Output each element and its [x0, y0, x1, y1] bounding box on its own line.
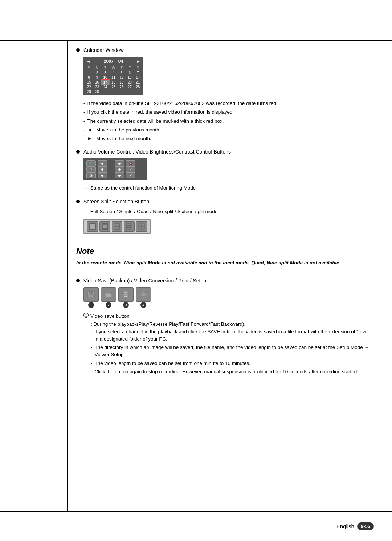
cal-day-empty-1 [101, 89, 109, 94]
btn-num-1: 1 [88, 302, 94, 308]
cal-day-13[interactable]: 13 [126, 75, 134, 80]
cal-day-18[interactable]: 18 [109, 80, 117, 85]
cal-week-3: 15 16 17 18 19 20 21 [85, 80, 142, 85]
save-buttons-area: 1 2 3 [83, 287, 370, 302]
cal-day-2[interactable]: 2 [93, 70, 101, 75]
bright-minus-btn[interactable]: ● [98, 166, 107, 172]
cal-day-23[interactable]: 23 [93, 85, 101, 89]
nine-split-btn[interactable] [124, 221, 135, 232]
cal-day-25[interactable]: 25 [109, 85, 117, 89]
note-heading: Note [76, 247, 370, 256]
cal-day-5[interactable]: 5 [118, 70, 126, 75]
video-print-btn[interactable]: 3 [118, 287, 134, 302]
bright-reset-btn[interactable]: ✓ [126, 166, 135, 172]
footer-language: English [336, 523, 354, 529]
cal-day-empty-5 [134, 89, 142, 94]
control-buttons-widget: 🔊 ● — ● 🔇 ☀ ● — ● ✓ ◑ ● [83, 158, 147, 180]
video-save-item-3: - The video length to be saved can be se… [91, 360, 370, 367]
svg-rect-0 [90, 224, 95, 229]
video-save-sub: ① Video save button : During the playbac… [83, 313, 370, 375]
cal-note-2: - If you click the date in red, the save… [83, 109, 370, 116]
cal-day-t1: T [101, 66, 109, 70]
audio-title: Audio Volume Control, Video Brightness/C… [83, 149, 231, 155]
video-setup-btn[interactable]: 4 [136, 287, 151, 302]
contrast-plus-btn[interactable]: ● [115, 172, 124, 178]
video-folder-btn[interactable]: 2 [101, 287, 116, 302]
fullscreen-btn[interactable] [87, 221, 98, 232]
cal-day-26[interactable]: 26 [118, 85, 126, 89]
cal-day-9[interactable]: 9 [93, 75, 101, 80]
contrast-icon-btn[interactable]: ◑ [86, 172, 96, 178]
btn-num-2: 2 [106, 302, 111, 308]
ctrl-row-3: ◑ ● — ● ✓ [86, 172, 135, 178]
audio-note-1: - - Same as the control function of Moni… [83, 184, 370, 192]
svg-rect-20 [89, 295, 94, 297]
audio-header: Audio Volume Control, Video Brightness/C… [76, 149, 370, 155]
split-title: Screen Split Selection Button [83, 199, 149, 204]
vol-minus-btn[interactable]: ● [98, 160, 107, 166]
cal-day-16[interactable]: 16 [93, 80, 101, 85]
calendar-grid: S M T W T F S 1 2 3 [85, 66, 142, 94]
svg-rect-22 [124, 291, 128, 294]
ctrl-row-2: ☀ ● — ● ✓ [86, 166, 135, 172]
cal-day-1[interactable]: 1 [85, 70, 93, 75]
cal-week-2: 8 9 10 11 12 13 14 [85, 75, 142, 80]
cal-day-6[interactable]: 6 [126, 70, 134, 75]
cal-day-3[interactable]: 3 [101, 70, 109, 75]
vol-mute-btn[interactable]: 🔇 [126, 160, 135, 166]
contrast-reset-btn[interactable]: ✓ [126, 172, 135, 178]
cal-note-4: - ◄ : Moves to the previous month. [83, 126, 370, 134]
brightness-icon-btn[interactable]: ☀ [86, 166, 96, 172]
cal-day-17[interactable]: 17 [101, 80, 109, 85]
bullet-icon-2 [76, 150, 80, 154]
cal-day-21[interactable]: 21 [134, 80, 142, 85]
video-save-header: Video Save(Backup) / Video Conversion / … [76, 278, 370, 284]
cal-day-15[interactable]: 15 [85, 80, 93, 85]
cal-day-19[interactable]: 19 [118, 80, 126, 85]
cal-day-28[interactable]: 28 [134, 85, 142, 89]
cal-note-3: - The currently selected date will be ma… [83, 118, 370, 125]
cal-day-w: W [109, 66, 117, 70]
cal-day-empty-4 [126, 89, 134, 94]
prev-month-btn[interactable]: ◄ [86, 59, 90, 64]
calendar-header: Calendar Window [76, 47, 370, 53]
cal-day-10[interactable]: 10 [101, 75, 109, 80]
cal-day-8[interactable]: 8 [85, 75, 93, 80]
cal-year-month: 2007. 04 [104, 59, 123, 64]
bright-plus-btn[interactable]: ● [115, 166, 124, 172]
video-save-btn[interactable]: 1 [83, 287, 99, 302]
video-save-sub-label: Video save button [90, 313, 130, 320]
audio-section: Audio Volume Control, Video Brightness/C… [76, 149, 370, 192]
next-month-btn[interactable]: ► [136, 59, 140, 64]
note-body: In the remote mode, Nine-split Mode is n… [76, 259, 370, 267]
cal-day-27[interactable]: 27 [126, 85, 134, 89]
quad-split-btn[interactable] [112, 221, 123, 232]
bullet-icon [76, 48, 80, 52]
single-split-btn[interactable] [99, 221, 110, 232]
cal-day-14[interactable]: 14 [134, 75, 142, 80]
cal-note-5: - ► : Moves to the next month. [83, 135, 370, 142]
contrast-minus-btn[interactable]: ● [98, 172, 107, 178]
vol-plus-btn[interactable]: ● [115, 160, 124, 166]
bullet-icon-4 [76, 279, 80, 282]
calendar-notes: - If the video data in on-line SHR-2160/… [83, 100, 370, 142]
cal-day-29[interactable]: 29 [85, 89, 93, 94]
cal-day-11[interactable]: 11 [109, 75, 117, 80]
svg-rect-6 [126, 224, 132, 229]
video-save-section: Video Save(Backup) / Video Conversion / … [76, 278, 370, 375]
sixteen-split-btn[interactable] [136, 221, 147, 232]
note-section: Note In the remote mode, Nine-split Mode… [76, 247, 370, 267]
cal-day-22[interactable]: 22 [85, 85, 93, 89]
footer: English 9-56 [336, 522, 374, 530]
cal-day-12[interactable]: 12 [118, 75, 126, 80]
svg-point-25 [143, 294, 144, 295]
cal-day-24[interactable]: 24 [101, 85, 109, 89]
cal-day-7[interactable]: 7 [134, 70, 142, 75]
cal-day-4[interactable]: 4 [109, 70, 117, 75]
cal-day-20[interactable]: 20 [126, 80, 134, 85]
bottom-rule [0, 511, 392, 512]
cal-day-30[interactable]: 30 [93, 89, 101, 94]
split-note-text: - Full Screen / Single / Quad / Nine-spl… [87, 208, 218, 215]
cal-header: ◄ 2007. 04 ► [85, 58, 142, 65]
volume-icon-btn[interactable]: 🔊 [86, 160, 96, 166]
